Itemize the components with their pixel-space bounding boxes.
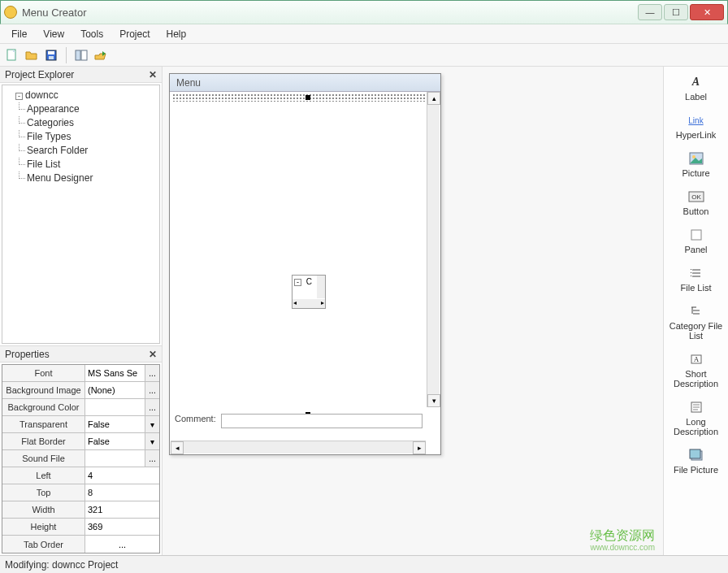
- menu-project[interactable]: Project: [113, 26, 156, 42]
- collapse-icon[interactable]: -: [15, 93, 23, 100]
- svg-rect-28: [690, 449, 700, 458]
- filelist-icon: [688, 266, 704, 280]
- statusbar: Modifying: downcc Project: [0, 555, 728, 573]
- open-folder-icon[interactable]: [24, 48, 39, 63]
- project-tree[interactable]: -downcc Appearance Categories File Types…: [2, 85, 160, 344]
- property-name: Sound File: [2, 450, 85, 467]
- property-row: Tab Order...: [2, 536, 159, 553]
- scroll-right-icon[interactable]: ▸: [413, 441, 426, 454]
- property-name: Background Image: [2, 382, 85, 398]
- svg-point-7: [692, 155, 696, 158]
- minimize-button[interactable]: —: [638, 4, 662, 20]
- property-value-input[interactable]: [85, 501, 159, 518]
- toolbox-filelist[interactable]: File List: [668, 266, 725, 293]
- property-value-input[interactable]: [85, 519, 159, 535]
- menu-tools[interactable]: Tools: [74, 26, 110, 42]
- property-value-input[interactable]: [85, 382, 145, 398]
- property-name: Width: [2, 501, 85, 518]
- design-window[interactable]: Menu - C ◂ ▸ ▴ ▾: [169, 73, 441, 455]
- property-row: Top: [2, 484, 159, 501]
- scroll-down-icon[interactable]: ▾: [427, 394, 440, 407]
- properties-title: Properties: [5, 349, 50, 360]
- close-button[interactable]: ✕: [690, 4, 724, 20]
- scrollbar-horizontal[interactable]: ◂ ▸: [292, 299, 325, 308]
- svg-rect-15: [691, 272, 691, 273]
- scroll-up-icon[interactable]: ▴: [427, 92, 440, 105]
- run-icon[interactable]: [93, 48, 108, 63]
- toolbox-label[interactable]: A Label: [668, 75, 725, 102]
- toolbar: [0, 44, 728, 67]
- menu-help[interactable]: Help: [160, 26, 193, 42]
- tree-item-filetypes[interactable]: File Types: [27, 130, 158, 144]
- property-row: Background Color...: [2, 399, 159, 416]
- property-value-input[interactable]: [85, 399, 145, 415]
- scrollbar-vertical[interactable]: [317, 276, 325, 298]
- mini-tree-panel[interactable]: - C ◂ ▸: [292, 275, 326, 309]
- maximize-button[interactable]: ☐: [664, 4, 688, 20]
- tree-item-searchfolder[interactable]: Search Folder: [27, 144, 158, 158]
- menu-file[interactable]: File: [5, 26, 33, 42]
- properties-grid: Font...Background Image...Background Col…: [2, 364, 160, 553]
- shortdesc-icon: A: [688, 352, 704, 367]
- tree-item-appearance[interactable]: Appearance: [27, 102, 158, 116]
- property-value-button[interactable]: ...: [85, 540, 159, 549]
- property-name: Font: [2, 365, 85, 381]
- property-row: Background Image...: [2, 382, 159, 399]
- toolbox-button[interactable]: OK Button: [668, 189, 725, 216]
- property-value-input[interactable]: [85, 467, 159, 484]
- svg-rect-4: [76, 50, 80, 60]
- tree-item-menudesigner[interactable]: Menu Designer: [27, 171, 158, 185]
- ellipsis-button[interactable]: ...: [145, 382, 159, 398]
- property-name: Tab Order: [2, 536, 85, 553]
- tree-item-categories[interactable]: Categories: [27, 116, 158, 130]
- tree-item-filelist[interactable]: File List: [27, 158, 158, 171]
- expand-icon[interactable]: -: [294, 279, 301, 286]
- comment-input[interactable]: [221, 414, 422, 428]
- menu-view[interactable]: View: [37, 26, 71, 42]
- property-value-input[interactable]: [85, 484, 159, 501]
- toolbox-picture[interactable]: Picture: [668, 151, 725, 178]
- scrollbar-horizontal[interactable]: ◂ ▸: [171, 441, 426, 454]
- ellipsis-button[interactable]: ...: [145, 365, 159, 381]
- resize-handle-icon[interactable]: [306, 95, 310, 100]
- dropdown-button[interactable]: ▾: [145, 433, 159, 449]
- new-file-icon[interactable]: [5, 48, 20, 63]
- properties-header: Properties ✕: [0, 346, 162, 362]
- save-icon[interactable]: [44, 48, 58, 63]
- toolbox-longdesc[interactable]: Long Description: [668, 400, 725, 436]
- toolbar-separator: [66, 47, 67, 63]
- label-icon: A: [688, 75, 704, 89]
- property-row: Flat Border▾: [2, 433, 159, 450]
- scroll-left-icon[interactable]: ◂: [171, 441, 184, 454]
- app-icon: [4, 6, 17, 19]
- design-window-title[interactable]: Menu: [170, 74, 440, 92]
- layout-icon[interactable]: [74, 48, 89, 63]
- scrollbar-vertical[interactable]: ▴ ▾: [427, 92, 440, 407]
- svg-text:A: A: [693, 355, 699, 363]
- project-explorer-close-icon[interactable]: ✕: [149, 69, 157, 80]
- property-row: Font...: [2, 365, 159, 382]
- toolbox-panel[interactable]: Panel: [668, 228, 725, 254]
- property-name: Top: [2, 484, 85, 501]
- property-value-input[interactable]: [85, 433, 145, 449]
- svg-rect-14: [691, 269, 691, 270]
- menubar: File View Tools Project Help: [0, 24, 728, 44]
- properties-close-icon[interactable]: ✕: [149, 349, 157, 360]
- toolbox-shortdesc[interactable]: A Short Description: [668, 352, 725, 389]
- filepicture-icon: [688, 448, 704, 462]
- tree-root[interactable]: -downcc Appearance Categories File Types…: [15, 89, 158, 185]
- ellipsis-button[interactable]: ...: [145, 450, 159, 467]
- ellipsis-button[interactable]: ...: [145, 399, 159, 415]
- property-value-input[interactable]: [85, 450, 145, 467]
- dropdown-button[interactable]: ▾: [145, 416, 159, 432]
- hyperlink-icon: Link: [688, 113, 704, 128]
- toolbox-hyperlink[interactable]: Link HyperLink: [668, 113, 725, 140]
- property-value-input[interactable]: [85, 416, 145, 432]
- toolbox-categoryfilelist[interactable]: Category File List: [668, 304, 725, 341]
- project-explorer-title: Project Explorer: [5, 69, 74, 80]
- status-text: Modifying: downcc Project: [5, 559, 118, 571]
- selection-marker[interactable]: [172, 93, 426, 102]
- toolbox-filepicture[interactable]: File Picture: [668, 448, 725, 475]
- watermark: 绿色资源网 www.downcc.com: [590, 528, 655, 552]
- property-value-input[interactable]: [85, 365, 145, 381]
